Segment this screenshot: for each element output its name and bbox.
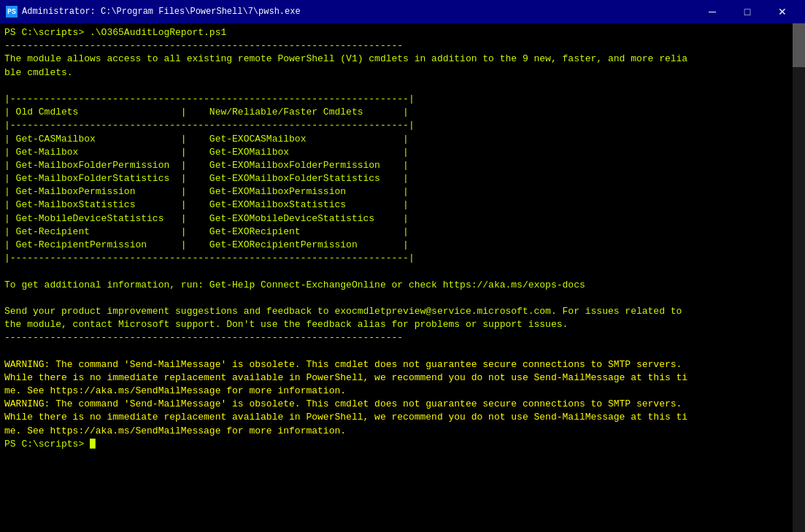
- minimize-button[interactable]: ─: [696, 0, 729, 23]
- restore-button[interactable]: □: [731, 0, 764, 23]
- titlebar-left: PS Administrator: C:\Program Files\Power…: [6, 6, 301, 18]
- close-button[interactable]: ✕: [766, 0, 799, 23]
- titlebar: PS Administrator: C:\Program Files\Power…: [0, 0, 805, 23]
- scrollbar-thumb[interactable]: [793, 23, 805, 67]
- powershell-icon: PS: [6, 6, 18, 18]
- scrollbar[interactable]: [793, 23, 805, 532]
- titlebar-controls: ─ □ ✕: [696, 0, 799, 23]
- terminal-output: PS C:\scripts> .\O365AuditLogReport.ps1 …: [4, 26, 801, 451]
- terminal-window: PS C:\scripts> .\O365AuditLogReport.ps1 …: [0, 23, 805, 532]
- titlebar-title: Administrator: C:\Program Files\PowerShe…: [22, 7, 301, 17]
